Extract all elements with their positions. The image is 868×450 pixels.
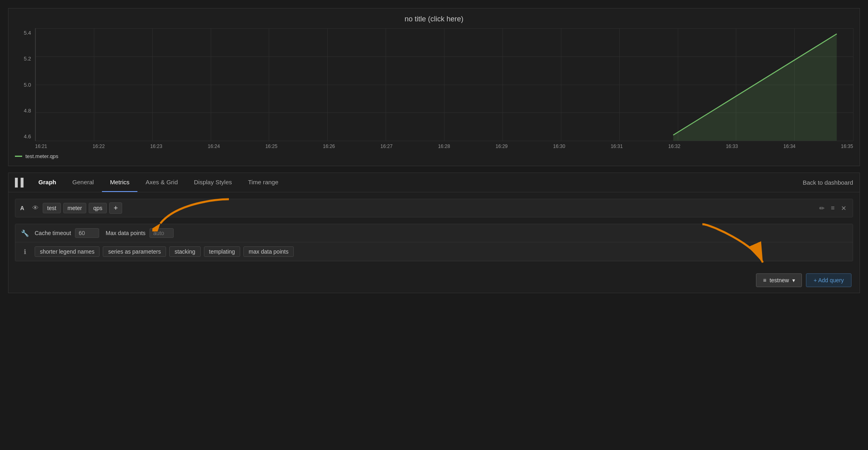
option-tag-maxpoints[interactable]: max data points xyxy=(243,246,294,257)
x-label-11: 16:31 xyxy=(611,144,623,149)
eye-icon[interactable]: 👁 xyxy=(32,204,39,212)
info-icon: ℹ xyxy=(21,248,29,256)
tab-time-range[interactable]: Time range xyxy=(240,173,286,192)
grid-h-5 xyxy=(35,141,853,141)
x-label-4: 16:24 xyxy=(208,144,220,149)
chart-legend: test.meter.qps xyxy=(15,153,853,159)
add-metric-button[interactable]: + xyxy=(109,202,123,214)
remove-query-button[interactable]: ✕ xyxy=(839,203,848,214)
y-label-1: 4.6 xyxy=(15,133,31,140)
wrench-icon: 🔧 xyxy=(21,229,29,237)
max-data-points-label: Max data points xyxy=(106,230,145,236)
tab-axes-grid[interactable]: Axes & Grid xyxy=(137,173,186,192)
svg-marker-0 xyxy=(673,34,837,141)
y-axis: 5.4 5.2 5.0 4.8 4.6 xyxy=(15,28,35,141)
chart-title[interactable]: no title (click here) xyxy=(15,15,853,23)
editor-tabs: ▌▌ Graph General Metrics Axes & Grid Dis… xyxy=(8,173,860,192)
x-label-8: 16:28 xyxy=(438,144,450,149)
tab-metrics[interactable]: Metrics xyxy=(102,173,137,192)
x-axis: 16:21 16:22 16:23 16:24 16:25 16:26 16:2… xyxy=(15,141,853,149)
chart-line-svg xyxy=(35,28,853,141)
option-tag-legend[interactable]: shorter legend names xyxy=(35,246,100,257)
query-row: A 👁 test meter qps + ✏ ≡ xyxy=(15,199,853,217)
tab-display-styles[interactable]: Display Styles xyxy=(186,173,240,192)
arrow-annotation-left xyxy=(152,195,233,231)
x-label-1: 16:21 xyxy=(35,144,47,149)
option-tag-stacking[interactable]: stacking xyxy=(169,246,200,257)
x-label-14: 16:34 xyxy=(783,144,795,149)
bottom-actions: ≡ testnew ▾ + Add query xyxy=(8,268,860,293)
add-query-button[interactable]: + Add query xyxy=(806,273,851,287)
cache-timeout-input[interactable] xyxy=(75,228,99,238)
datasource-label: testnew xyxy=(770,277,789,283)
x-label-5: 16:25 xyxy=(265,144,277,149)
y-label-3: 5.0 xyxy=(15,82,31,88)
x-label-9: 16:29 xyxy=(496,144,508,149)
datasource-icon: ≡ xyxy=(763,277,766,283)
query-letter: A xyxy=(20,205,28,211)
x-label-7: 16:27 xyxy=(380,144,392,149)
tab-graph-label: Graph xyxy=(30,173,64,192)
add-query-label: + Add query xyxy=(814,277,844,283)
query-row-wrapper: A 👁 test meter qps + ✏ ≡ xyxy=(15,199,853,217)
edit-query-button[interactable]: ✏ xyxy=(818,203,826,214)
x-label-3: 16:23 xyxy=(150,144,162,149)
option-tag-templating[interactable]: templating xyxy=(204,246,241,257)
datasource-chevron: ▾ xyxy=(792,277,795,283)
graph-icon: ▌▌ xyxy=(15,178,26,187)
x-label-6: 16:26 xyxy=(323,144,335,149)
chart-content xyxy=(35,28,853,141)
x-label-10: 16:30 xyxy=(553,144,565,149)
metric-tag-test[interactable]: test xyxy=(43,203,61,213)
toggle-query-button[interactable]: ≡ xyxy=(829,203,836,214)
metric-tag-qps[interactable]: qps xyxy=(89,203,107,213)
x-label-12: 16:32 xyxy=(668,144,680,149)
tab-general[interactable]: General xyxy=(64,173,102,192)
metric-tag-meter[interactable]: meter xyxy=(63,203,87,213)
legend-label: test.meter.qps xyxy=(25,153,58,159)
chart-panel: no title (click here) 5.4 5.2 5.0 4.8 4.… xyxy=(8,8,860,166)
grid-v-15 xyxy=(853,28,853,141)
option-tag-series[interactable]: series as parameters xyxy=(103,246,166,257)
arrow-annotation-right xyxy=(698,220,771,269)
back-to-dashboard-link[interactable]: Back to dashboard xyxy=(803,179,853,186)
legend-color xyxy=(15,156,22,157)
chart-area: 5.4 5.2 5.0 4.8 4.6 xyxy=(15,28,853,141)
datasource-button[interactable]: ≡ testnew ▾ xyxy=(756,273,802,287)
x-label-15: 16:35 xyxy=(841,144,853,149)
y-label-2: 4.8 xyxy=(15,108,31,114)
y-label-4: 5.2 xyxy=(15,56,31,62)
editor-panel: ▌▌ Graph General Metrics Axes & Grid Dis… xyxy=(8,173,860,293)
x-label-13: 16:33 xyxy=(726,144,738,149)
cache-timeout-label: Cache timeout xyxy=(35,230,71,236)
query-actions: ✏ ≡ ✕ xyxy=(818,203,848,214)
x-label-2: 16:22 xyxy=(93,144,105,149)
y-label-5: 5.4 xyxy=(15,30,31,36)
